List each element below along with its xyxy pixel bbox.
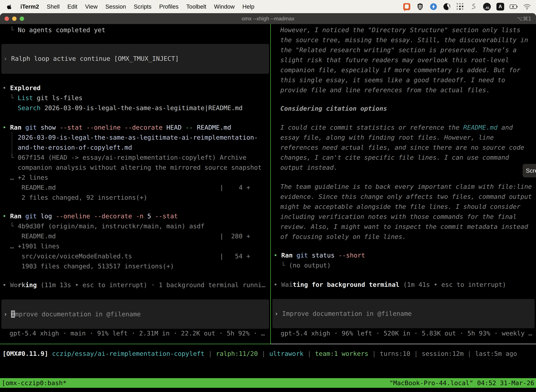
terminal-line: Search 2026-03-09-is-legal-the-same-as-l…: [2, 103, 243, 113]
terminal-line: • Waiting for background terminal (1m 41…: [274, 280, 506, 289]
tmux-pane-right[interactable]: However, I noticed the "Directory Struct…: [271, 24, 536, 344]
reasoning-heading: Considering citation options: [280, 103, 387, 113]
window-title: omx --xhigh --madmax: [0, 16, 536, 22]
working-status-line: • Working (11m 13s • esc to interrupt) ·…: [2, 280, 266, 290]
tmux-session-label: [omx-cczip0:bash*: [2, 379, 67, 387]
terminal-line: › Ralph loop active continue [OMX_TMUX_I…: [4, 54, 269, 64]
terminal-line: README.md | 280 +: [2, 231, 250, 241]
terminal-line: └ (no output): [274, 260, 365, 270]
tmux-status-bar: [omx-cczip0:bash* "MacBook-Pro-44.local"…: [0, 378, 536, 388]
tree-guide-line: [12, 131, 12, 154]
terminal-line: README.md | 4 +: [2, 182, 262, 192]
reasoning-paragraph-1: However, I noticed the "Directory Struct…: [280, 25, 528, 95]
menu-item-scripts[interactable]: Scripts: [134, 3, 151, 10]
terminal-line: • Ran git status --short: [274, 250, 365, 260]
terminal-line: changes, I can't cite specific file line…: [280, 152, 524, 163]
screen: iTerm2 Shell Edit View Session Scripts P…: [0, 0, 536, 392]
wifi-icon[interactable]: [523, 3, 531, 11]
menu-item-help[interactable]: Help: [242, 3, 254, 10]
terminal-line: companion file, especially if more comme…: [280, 65, 528, 75]
terminal-line: … +2 lines: [2, 173, 262, 182]
terminal-line: of focusing solely on file lines.: [280, 232, 532, 242]
pane-bottom-border-active: [0, 344, 271, 344]
terminal-line: review. Also, I might want to inspect th…: [280, 222, 532, 232]
terminal-line: src/voice/voiceModeEnabled.ts | 54 +: [2, 251, 250, 261]
terminal-line: • Working (11m 13s • esc to interrupt) ·…: [2, 280, 266, 290]
terminal-line: 2 files changed, 92 insertions(+): [2, 192, 262, 202]
model-status-line-right: gpt-5.4 xhigh · 96% left · 520K in · 5.8…: [281, 330, 532, 337]
ran-git-log-block: • Ran git log --oneline --decorate -n 5 …: [2, 211, 250, 271]
terminal-line: Considering citation options: [280, 103, 387, 113]
terminal-line: references need actual files, and since …: [280, 142, 524, 152]
tooltip-label: Scre: [526, 167, 536, 174]
terminal-line: 2026-03-09-is-legal-the-same-as-legitima…: [2, 132, 262, 142]
window-shortcut-badge: ⌥⌘1: [517, 16, 531, 22]
terminal-line: [OMX#0.11.9] cczip/essay/ai-reimplementa…: [2, 349, 517, 359]
prompt-input-box-left[interactable]: › Improve documentation in @filename: [1, 299, 269, 329]
terminal-line: slight risk that future readers may over…: [280, 55, 528, 65]
shield-grid-icon[interactable]: [416, 3, 424, 11]
snake-icon[interactable]: [469, 3, 478, 11]
terminal-line: └ List git ls-files: [2, 93, 243, 103]
terminal-line: • Explored: [2, 83, 243, 93]
menu-item-profiles[interactable]: Profiles: [159, 3, 178, 10]
terminal-line: • Ran git log --oneline --decorate -n 5 …: [2, 211, 250, 221]
input-source-icon[interactable]: A: [496, 3, 504, 11]
terminal-content: └ No agents completed yet › Ralph loop a…: [0, 24, 536, 392]
menu-items: iTerm2 Shell Edit View Session Scripts P…: [20, 3, 254, 10]
dots-grid-icon[interactable]: [456, 3, 464, 11]
terminal-line: 1903 files changed, 513517 insertions(+): [2, 261, 250, 271]
terminal-line: and-the-erosion-of-copyleft.md: [2, 142, 262, 152]
terminal-line: companion analysis without altering the …: [2, 163, 262, 173]
iterm2-window: omx --xhigh --madmax ⌥⌘1 └ No agents com…: [0, 13, 536, 392]
speedtest-icon[interactable]: [429, 3, 438, 11]
explored-block: • Explored └ List git ls-files Search 20…: [2, 83, 243, 113]
waiting-status-line: • Waiting for background terminal (1m 41…: [274, 280, 506, 289]
ran-git-status-block: • Ran git status --short └ (no output): [274, 250, 365, 270]
reasoning-paragraph-2: I could cite commit statistics or refere…: [280, 122, 524, 173]
terminal-line: └ 067f154 (HEAD -> essay/ai-reimplementa…: [2, 152, 262, 163]
menu-item-edit[interactable]: Edit: [67, 3, 77, 10]
tmux-host-clock-label: "MacBook-Pro-44.local" 04:52 31-Mar-26: [389, 379, 534, 387]
terminal-line: I could cite commit statistics or refere…: [280, 122, 524, 132]
reasoning-paragraph-3: The team guideline is to back every impo…: [280, 182, 532, 242]
menu-item-shell[interactable]: Shell: [47, 3, 60, 10]
terminal-line: output instead.: [280, 163, 524, 173]
menu-item-iterm2[interactable]: iTerm2: [20, 3, 39, 10]
terminal-line: essay file, along with finding root file…: [280, 132, 524, 142]
terminal-line: └ 4b9d30f (origin/main, instructkr/main,…: [2, 221, 250, 231]
menu-item-session[interactable]: Session: [105, 3, 126, 10]
menu-item-view[interactable]: View: [85, 3, 98, 10]
agents-status-line: └ No agents completed yet: [2, 25, 105, 35]
omx-status-line: [OMX#0.11.9] cczip/essay/ai-reimplementa…: [2, 349, 517, 359]
terminal-line: might be acceptable alongside the file l…: [280, 202, 532, 212]
terminal-line: provide file and line references from th…: [280, 85, 528, 95]
terminal-line: this single essay, it seems like a good …: [280, 75, 528, 85]
kagi-icon[interactable]: [443, 3, 451, 11]
prompt-input-box-right[interactable]: › Improve documentation in @filename: [273, 299, 535, 328]
apple-menu-icon[interactable]: [7, 3, 13, 10]
battery-icon[interactable]: [510, 3, 518, 11]
window-title-bar[interactable]: omx --xhigh --madmax ⌥⌘1: [0, 13, 536, 24]
terminal-line: • Ran git show --stat --oneline --decora…: [2, 122, 262, 132]
terminal-line: › Improve documentation in @filename: [4, 309, 269, 319]
terminal-line: the source tree, missing the essay. Stil…: [280, 35, 528, 45]
terminal-line: the "Related research writing" section i…: [280, 45, 528, 55]
terminal-line: … +1901 lines: [2, 241, 250, 251]
terminal-line: including verification notes with those …: [280, 212, 532, 222]
terminal-line: The team guideline is to back every impo…: [280, 182, 532, 191]
menu-status-icons: ..61 A: [403, 3, 531, 11]
terminal-line: evidence. Since this change only affects…: [280, 191, 532, 202]
macos-menu-bar: iTerm2 Shell Edit View Session Scripts P…: [0, 0, 536, 13]
ralph-loop-input-box[interactable]: › Ralph loop active continue [OMX_TMUX_I…: [1, 44, 269, 74]
menu-item-window[interactable]: Window: [214, 3, 234, 10]
battery-percent-badge-icon[interactable]: ..61: [483, 3, 491, 11]
terminal-line: › Improve documentation in @filename: [274, 308, 535, 319]
ran-git-show-block: • Ran git show --stat --oneline --decora…: [2, 122, 262, 202]
terminal-line: However, I noticed the "Directory Struct…: [280, 25, 528, 35]
chat-app-icon[interactable]: [403, 3, 411, 11]
model-status-line-left: gpt-5.4 xhigh · main · 91% left · 2.31M …: [10, 330, 265, 337]
menu-item-toolbelt[interactable]: Toolbelt: [186, 3, 206, 10]
terminal-line: └ No agents completed yet: [2, 25, 105, 35]
tmux-pane-left[interactable]: └ No agents completed yet › Ralph loop a…: [0, 24, 270, 344]
